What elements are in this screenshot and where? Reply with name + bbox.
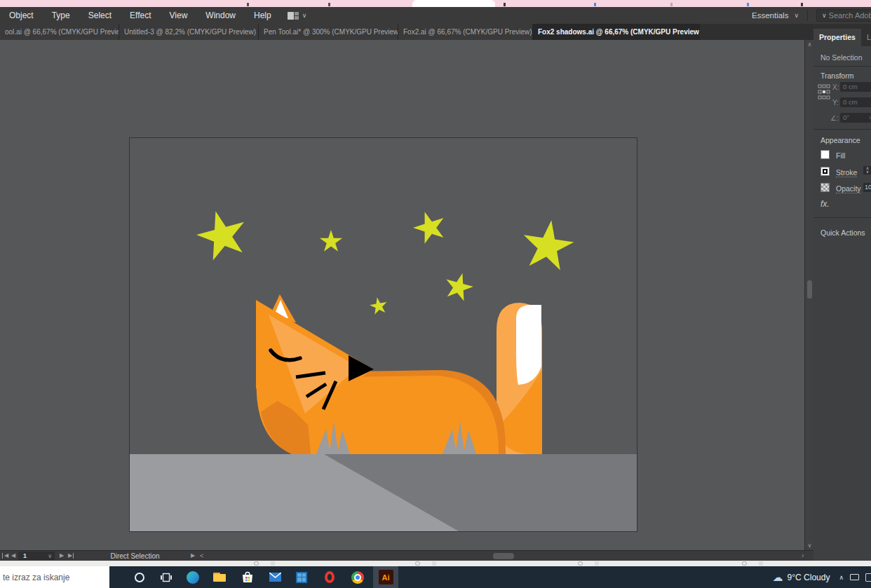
taskbar-search-box[interactable]: te izraz za iskanje <box>0 566 109 588</box>
tray-device-icon[interactable] <box>850 574 859 580</box>
fox-artwork[interactable] <box>130 138 637 531</box>
background-tab-mark <box>504 3 506 6</box>
mail-button[interactable] <box>265 566 285 588</box>
divider <box>813 217 871 218</box>
artboard-navigation[interactable]: 1 ∨ <box>18 552 55 560</box>
canvas-pasteboard[interactable] <box>0 40 804 550</box>
menu-object[interactable]: Object <box>0 11 43 20</box>
document-tab[interactable]: Untitled-3 @ 82,2% (CMYK/GPU Preview)× <box>119 24 259 40</box>
y-value: 0 cm <box>843 98 858 106</box>
status-bar: ◀ ◀ 1 ∨ ▶ ▶ Direct Selection ▶ < › <box>0 550 813 561</box>
tab-properties[interactable]: Properties <box>813 29 861 46</box>
background-active-tab[interactable] <box>412 0 495 7</box>
document-tab[interactable]: Pen Tool.ai* @ 300% (CMYK/GPU Preview)× <box>259 24 398 40</box>
appearance-section-title: Appearance <box>821 136 860 144</box>
chevron-down-icon[interactable]: ∨ <box>868 114 871 121</box>
effects-button[interactable]: fx. <box>821 199 830 209</box>
illustrator-icon: Ai <box>379 570 393 584</box>
first-artboard-button[interactable]: ◀ <box>4 552 8 559</box>
vertical-scroll-thumb[interactable] <box>807 280 812 299</box>
opera-button[interactable] <box>320 566 339 588</box>
menu-type[interactable]: Type <box>43 11 79 20</box>
horizontal-scroll-thumb[interactable] <box>493 553 514 559</box>
reference-point-locator[interactable] <box>818 84 830 101</box>
menu-view[interactable]: View <box>161 11 197 20</box>
background-glyph <box>415 561 420 566</box>
status-collapse-icon[interactable]: < <box>200 552 203 559</box>
background-window-strip[interactable] <box>0 0 871 7</box>
opacity-value-field[interactable]: 10 <box>863 183 871 192</box>
rotate-field[interactable]: 0°∨ <box>840 113 871 123</box>
menu-help[interactable]: Help <box>245 11 281 20</box>
menu-effect[interactable]: Effect <box>121 11 160 20</box>
tab-layers[interactable]: Layers <box>861 29 871 46</box>
x-field[interactable]: 0 cm <box>840 82 871 92</box>
opacity-swatch[interactable] <box>821 183 830 192</box>
file-explorer-button[interactable] <box>210 566 229 588</box>
document-tab-active[interactable]: Fox2 shadows.ai @ 66,67% (CMYK/GPU Previ… <box>533 24 700 40</box>
document-tab[interactable]: Fox2.ai @ 66,67% (CMYK/GPU Preview)× <box>398 24 533 40</box>
document-tab[interactable]: ool.ai @ 66,67% (CMYK/GPU Preview)× <box>0 24 119 40</box>
rotate-label: ∠: <box>830 114 839 122</box>
background-tab-mark <box>670 3 673 6</box>
adobe-stock-search[interactable]: ∨ Search Adobe Stock <box>816 9 871 22</box>
stroke-swatch[interactable] <box>821 167 830 176</box>
last-artboard-bar <box>73 553 74 559</box>
y-label: Y: <box>832 99 839 107</box>
status-tool-name[interactable]: Direct Selection <box>77 552 193 560</box>
photos-app-icon <box>296 572 307 583</box>
background-glyph <box>271 561 275 566</box>
fill-swatch[interactable] <box>821 150 830 159</box>
workspace-switcher[interactable]: Essentials <box>752 11 788 20</box>
chrome-icon <box>351 571 364 584</box>
last-artboard-button[interactable]: ▶ <box>68 552 72 559</box>
artboard-number: 1 <box>23 552 27 559</box>
scroll-right-icon[interactable]: › <box>802 552 804 559</box>
quick-actions-title: Quick Actions <box>821 228 865 237</box>
fill-label[interactable]: Fill <box>836 151 845 160</box>
microsoft-store-button[interactable] <box>238 566 257 588</box>
cortana-icon <box>135 573 144 582</box>
microsoft-store-icon <box>242 571 253 583</box>
menu-bar: Object Type Select Effect View Window He… <box>0 7 871 24</box>
opacity-label[interactable]: Opacity <box>836 184 861 193</box>
y-field[interactable]: 0 cm <box>840 97 871 107</box>
artboard[interactable] <box>130 138 637 531</box>
status-expand-icon[interactable]: ▶ <box>191 552 195 559</box>
stroke-label[interactable]: Stroke <box>836 168 857 177</box>
photos-app-button[interactable] <box>292 566 311 588</box>
transform-section-title: Transform <box>821 71 853 80</box>
previous-artboard-button[interactable]: ◀ <box>11 552 15 559</box>
weather-widget[interactable]: 9°C Cloudy <box>788 573 830 582</box>
panel-tab-bar: Properties Layers <box>813 24 871 46</box>
tray-partial-icon[interactable] <box>865 573 871 582</box>
menu-window[interactable]: Window <box>196 11 245 20</box>
chrome-button[interactable] <box>348 566 367 588</box>
cortana-button[interactable] <box>130 566 149 588</box>
background-window-sliver[interactable] <box>0 561 871 566</box>
tab-label: Pen Tool.ai* @ 300% (CMYK/GPU Preview) <box>264 28 398 36</box>
edge-icon <box>187 571 199 584</box>
next-artboard-button[interactable]: ▶ <box>60 552 64 559</box>
first-artboard-bar <box>2 553 3 559</box>
background-glyph <box>595 561 599 566</box>
opera-icon <box>325 571 335 583</box>
menu-select[interactable]: Select <box>79 11 121 20</box>
stroke-weight-stepper[interactable]: ∧∨ <box>863 166 871 175</box>
illustrator-button-active[interactable]: Ai <box>373 566 398 588</box>
background-tab-mark <box>747 3 749 6</box>
arrange-documents-button[interactable]: ∨ <box>288 12 307 20</box>
tab-label: Fox2.ai @ 66,67% (CMYK/GPU Preview) <box>403 28 532 36</box>
background-glyph <box>759 561 763 566</box>
chevron-down-icon: ∨ <box>302 12 307 19</box>
stepper-down-icon[interactable]: ∨ <box>866 170 869 174</box>
tray-show-hidden-icons[interactable]: ∧ <box>839 574 844 581</box>
separator <box>807 10 808 21</box>
file-explorer-icon <box>213 573 226 582</box>
weather-condition: Cloudy <box>804 573 830 582</box>
vertical-scrollbar[interactable]: ∧ ∨ <box>804 40 813 550</box>
fox-tail-tip[interactable] <box>516 305 541 385</box>
edge-button[interactable] <box>183 566 203 588</box>
chevron-down-icon[interactable]: ∨ <box>48 553 52 559</box>
task-view-button[interactable] <box>156 566 176 588</box>
